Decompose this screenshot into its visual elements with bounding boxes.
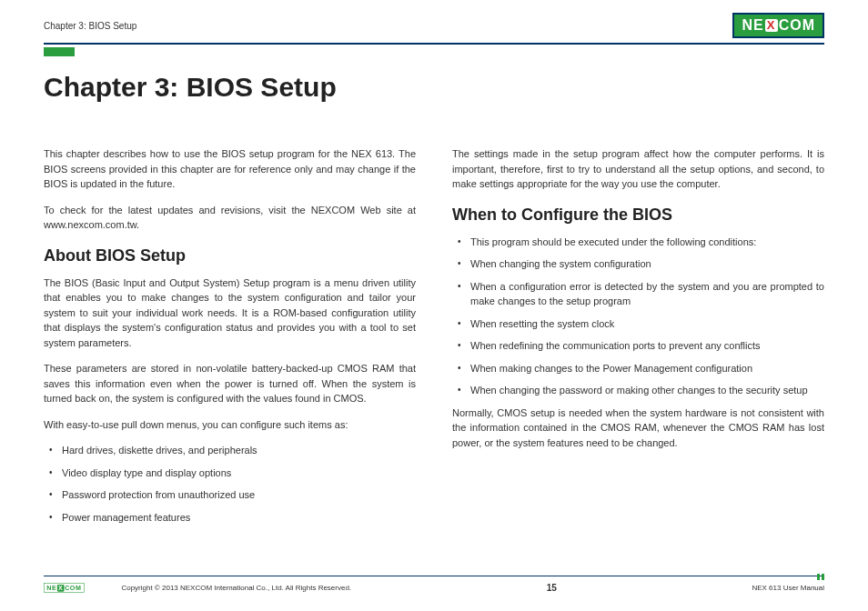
about-bios-heading: About BIOS Setup bbox=[44, 244, 416, 268]
conditions-list: This program should be executed under th… bbox=[452, 235, 824, 398]
right-intro-paragraph: The settings made in the setup program a… bbox=[452, 146, 824, 192]
left-column: This chapter describes how to use the BI… bbox=[44, 146, 416, 532]
page-footer: NEXCOM Copyright © 2013 NEXCOM Internati… bbox=[44, 576, 824, 596]
footer-divider bbox=[44, 576, 824, 576]
right-column: The settings made in the setup program a… bbox=[452, 146, 824, 532]
intro-paragraph-2: To check for the latest updates and revi… bbox=[44, 203, 416, 233]
footer-green-accent bbox=[822, 574, 824, 580]
footer-green-accent bbox=[817, 574, 820, 580]
page-content: Chapter 3: BIOS Setup This chapter descr… bbox=[0, 45, 868, 532]
manual-name: NEX 613 User Manual bbox=[752, 584, 824, 592]
list-item: Hard drives, diskette drives, and periph… bbox=[49, 443, 416, 458]
list-item: When a configuration error is detected b… bbox=[458, 279, 824, 309]
content-columns: This chapter describes how to use the BI… bbox=[44, 146, 824, 532]
when-configure-heading: When to Configure the BIOS bbox=[452, 203, 824, 227]
list-item: When changing the system configuration bbox=[458, 256, 824, 272]
about-bios-paragraph-2: These parameters are stored in non-volat… bbox=[44, 361, 416, 406]
header-divider bbox=[44, 43, 824, 45]
chapter-title: Chapter 3: BIOS Setup bbox=[44, 72, 824, 103]
nexcom-logo: NEXCOM bbox=[732, 13, 824, 38]
logo-x-icon: X bbox=[765, 19, 778, 32]
footer-nexcom-logo: NEXCOM bbox=[44, 583, 85, 592]
list-item: When changing the password or making oth… bbox=[458, 383, 824, 398]
list-item: Video display type and display options bbox=[49, 466, 416, 481]
list-item: Password protection from unauthorized us… bbox=[49, 487, 416, 503]
config-items-list: Hard drives, diskette drives, and periph… bbox=[44, 443, 416, 525]
copyright-text: Copyright © 2013 NEXCOM International Co… bbox=[121, 584, 351, 592]
intro-paragraph-1: This chapter describes how to use the BI… bbox=[44, 146, 416, 192]
about-bios-paragraph-3: With easy-to-use pull down menus, you ca… bbox=[44, 417, 416, 433]
page-number: 15 bbox=[547, 583, 557, 593]
breadcrumb: Chapter 3: BIOS Setup bbox=[44, 21, 136, 31]
list-item: When making changes to the Power Managem… bbox=[458, 361, 824, 376]
list-item: Power management features bbox=[49, 510, 416, 526]
cmos-note-paragraph: Normally, CMOS setup is needed when the … bbox=[452, 406, 824, 451]
logo-x-icon: X bbox=[57, 585, 65, 592]
page-header: Chapter 3: BIOS Setup NEXCOM bbox=[0, 0, 868, 38]
list-item: This program should be executed under th… bbox=[458, 235, 824, 250]
list-item: When resetting the system clock bbox=[458, 316, 824, 332]
about-bios-paragraph-1: The BIOS (Basic Input and Output System)… bbox=[44, 275, 416, 351]
header-green-accent bbox=[44, 47, 75, 56]
list-item: When redefining the communication ports … bbox=[458, 338, 824, 354]
